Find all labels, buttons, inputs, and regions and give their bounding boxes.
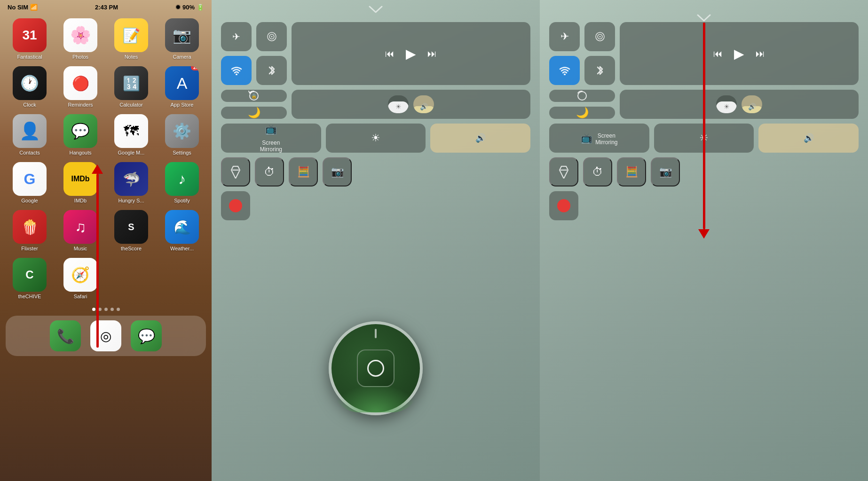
camera-btn-3[interactable]: 📷 xyxy=(651,157,680,186)
dock: 📞 ◎ 💬 xyxy=(6,316,206,356)
app-thechive[interactable]: C theCHIVE xyxy=(8,258,52,299)
airplane-btn-3[interactable]: ✈ xyxy=(549,22,580,51)
play-btn-2[interactable]: ▶ xyxy=(406,46,416,62)
brightness-icon-btn-2[interactable]: ☀ xyxy=(326,124,426,153)
record-btn-3[interactable] xyxy=(549,191,578,220)
cc-row-2: 🔒 🌙 ☀ 🔊 xyxy=(221,90,530,119)
app-hungrys[interactable]: 🦈 Hungry S... xyxy=(109,162,153,203)
svg-point-11 xyxy=(564,74,566,76)
settings-label: Settings xyxy=(173,150,191,155)
battery-label: 90% xyxy=(182,4,195,11)
prev-btn-3[interactable]: ⏮ xyxy=(713,48,723,59)
arrow-down-line xyxy=(703,23,705,229)
arrow-down-head xyxy=(698,229,710,239)
volume-slider-2[interactable]: 🔊 xyxy=(413,95,434,113)
reminders-icon: 🔴 xyxy=(63,66,97,100)
sliders-container-3: ☀ 🔊 xyxy=(620,90,859,119)
app-reminders[interactable]: 🔴 Reminders xyxy=(58,66,103,108)
rotation-btn-3[interactable] xyxy=(549,90,615,102)
dot-5 xyxy=(117,308,120,311)
wifi-btn-3[interactable] xyxy=(549,56,580,85)
app-calculator[interactable]: 🔢 Calculator xyxy=(109,66,153,108)
screen-mirror-label-3: ScreenMirroring xyxy=(595,132,617,146)
brightness-slider-3[interactable]: ☀ xyxy=(716,95,737,113)
volume-icon-btn-3[interactable]: 🔊 xyxy=(758,124,859,153)
hangouts-icon: 💬 xyxy=(63,114,97,148)
play-btn-3[interactable]: ▶ xyxy=(734,46,744,62)
flixster-icon: 🍿 xyxy=(13,210,47,244)
camera-label: Camera xyxy=(173,54,191,60)
arrow-up xyxy=(92,164,103,348)
volume-slider-3[interactable]: 🔊 xyxy=(742,95,762,113)
flashlight-btn-2[interactable] xyxy=(221,157,250,186)
messages-icon: 💬 xyxy=(131,320,162,351)
wifi-btn-2[interactable] xyxy=(221,56,252,85)
status-left: No SIM 📶 xyxy=(8,4,38,11)
timer-btn-2[interactable]: ⏱ xyxy=(255,157,284,186)
app-notes[interactable]: 📝 Notes xyxy=(109,18,153,60)
app-spotify[interactable]: ♪ Spotify xyxy=(160,162,204,203)
cc-row-3: 📺 ScreenMirroring ☀ 🔊 xyxy=(221,124,530,153)
screen-mirror-btn-2[interactable]: 📺 ScreenMirroring xyxy=(221,124,321,153)
prev-btn-2[interactable]: ⏮ xyxy=(385,48,395,59)
app-settings[interactable]: ⚙️ Settings xyxy=(160,114,204,155)
cellular-btn-2[interactable] xyxy=(256,22,287,51)
app-google[interactable]: G Google xyxy=(8,162,52,203)
camera-icon: 📷 xyxy=(165,18,199,52)
airplane-btn-2[interactable]: ✈ xyxy=(221,22,252,51)
rotation-btn-2[interactable]: 🔒 xyxy=(221,90,287,102)
svg-text:🔒: 🔒 xyxy=(251,93,257,99)
record-btn-2[interactable] xyxy=(221,191,250,220)
bluetooth-btn-3[interactable] xyxy=(584,56,615,85)
app-thescore[interactable]: S theScore xyxy=(109,210,153,251)
camera-btn-2[interactable]: 📷 xyxy=(323,157,352,186)
flashlight-btn-3[interactable] xyxy=(549,157,578,186)
dock-messages[interactable]: 💬 xyxy=(131,320,162,351)
thechive-label: theCHIVE xyxy=(18,294,41,299)
magnify-circle xyxy=(329,321,423,415)
thescore-icon: S xyxy=(114,210,148,244)
app-grid: 31 Fantastical 🌸 Photos 📝 Notes 📷 Camera xyxy=(0,13,212,305)
app-appstore[interactable]: A 26 App Store xyxy=(160,66,204,108)
svg-point-2 xyxy=(271,36,272,38)
imdb-label: IMDb xyxy=(74,198,87,203)
brightness-icon-3: ☀ xyxy=(724,103,730,110)
svg-point-12 xyxy=(578,92,586,100)
calc-btn-3[interactable]: 🧮 xyxy=(617,157,646,186)
magnify-inner xyxy=(357,349,395,387)
magnify-top-indicator xyxy=(375,329,377,338)
appstore-icon: A 26 xyxy=(165,66,199,100)
app-camera[interactable]: 📷 Camera xyxy=(160,18,204,60)
app-clock[interactable]: 🕐 Clock xyxy=(8,66,52,108)
cellular-btn-3[interactable] xyxy=(584,22,615,51)
calc-btn-2[interactable]: 🧮 xyxy=(289,157,318,186)
app-flixster[interactable]: 🍿 Flixster xyxy=(8,210,52,251)
timer-btn-3[interactable]: ⏱ xyxy=(583,157,612,186)
bluetooth-btn-2[interactable] xyxy=(256,56,287,85)
app-googlemaps[interactable]: 🗺 Google M... xyxy=(109,114,153,155)
fantastical-label: Fantastical xyxy=(17,54,42,60)
battery-icon: 🔋 xyxy=(197,4,204,11)
donotdisturb-btn-2[interactable]: 🌙 xyxy=(221,107,287,119)
googlemaps-icon: 🗺 xyxy=(114,114,148,148)
dot-3 xyxy=(104,308,108,311)
dot-4 xyxy=(110,308,114,311)
cc-grid-2: ✈ xyxy=(212,18,540,224)
photos-icon: 🌸 xyxy=(63,18,97,52)
app-hangouts[interactable]: 💬 Hangouts xyxy=(58,114,103,155)
dock-phone[interactable]: 📞 xyxy=(50,320,81,351)
next-btn-2[interactable]: ⏭ xyxy=(427,48,437,59)
app-contacts[interactable]: 👤 Contacts xyxy=(8,114,52,155)
bluetooth-icon: ✹ xyxy=(175,4,181,11)
screen-mirror-btn-3[interactable]: 📺 ScreenMirroring xyxy=(549,124,649,153)
volume-icon-btn-2[interactable]: 🔊 xyxy=(430,124,530,153)
app-weather[interactable]: 🌊 Weather... xyxy=(160,210,204,251)
calculator-icon: 🔢 xyxy=(114,66,148,100)
app-photos[interactable]: 🌸 Photos xyxy=(58,18,103,60)
brightness-slider-2[interactable]: ☀ xyxy=(388,95,409,113)
record-circle-3 xyxy=(557,199,570,212)
app-fantastical[interactable]: 31 Fantastical xyxy=(8,18,52,60)
donotdisturb-btn-3[interactable]: 🌙 xyxy=(549,107,615,119)
control-center-panel-2: ✈ xyxy=(212,0,540,481)
next-btn-3[interactable]: ⏭ xyxy=(756,48,765,59)
